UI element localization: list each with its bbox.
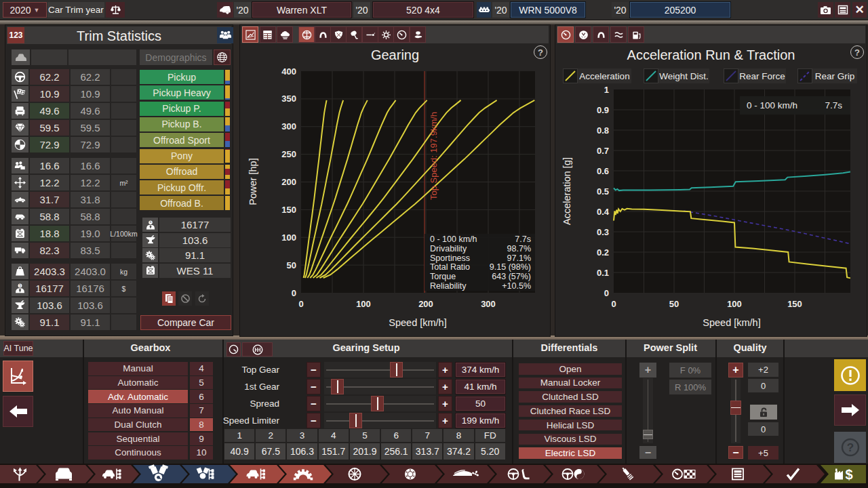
svg-text:$: $: [845, 467, 852, 482]
svg-text:0.6: 0.6: [597, 166, 609, 176]
svg-text:300: 300: [481, 299, 496, 309]
svg-text:50: 50: [669, 299, 679, 309]
svg-text:150: 150: [281, 205, 296, 215]
svg-text:0.5: 0.5: [597, 186, 609, 197]
svg-text:?: ?: [846, 441, 853, 454]
svg-text:0.3: 0.3: [597, 227, 609, 237]
svg-text:Power [hp]: Power [hp]: [248, 158, 258, 205]
svg-text:0: 0: [604, 288, 609, 298]
svg-text:150: 150: [787, 299, 802, 309]
svg-text:0: 0: [292, 288, 296, 298]
svg-text:0.1: 0.1: [597, 268, 609, 278]
svg-text:100: 100: [727, 299, 742, 309]
svg-text:Top Speed: 197.9km/h: Top Speed: 197.9km/h: [429, 112, 439, 200]
svg-text:0: 0: [298, 299, 303, 309]
svg-text:S: S: [149, 220, 151, 224]
svg-text:100: 100: [281, 232, 296, 243]
svg-text:0.4: 0.4: [597, 207, 610, 217]
svg-text:S: S: [19, 284, 21, 287]
svg-text:0: 0: [611, 299, 616, 309]
svg-text:0.9: 0.9: [597, 105, 609, 115]
svg-text:300: 300: [281, 121, 296, 131]
svg-text:0.7: 0.7: [597, 146, 609, 156]
svg-text:Speed [km/h]: Speed [km/h]: [703, 317, 760, 328]
svg-text:200: 200: [281, 177, 296, 187]
svg-text:Speed [km/h]: Speed [km/h]: [389, 317, 446, 328]
svg-text:1: 1: [604, 85, 609, 95]
svg-text:0.2: 0.2: [597, 247, 609, 258]
svg-text:Acceleration [g]: Acceleration [g]: [561, 157, 572, 225]
svg-text:0.8: 0.8: [597, 125, 609, 136]
svg-text:350: 350: [281, 94, 296, 104]
svg-text:250: 250: [281, 149, 296, 159]
svg-text:100: 100: [356, 299, 371, 309]
svg-text:200: 200: [418, 299, 433, 309]
svg-text:50: 50: [287, 260, 296, 270]
svg-text:400: 400: [281, 66, 296, 77]
